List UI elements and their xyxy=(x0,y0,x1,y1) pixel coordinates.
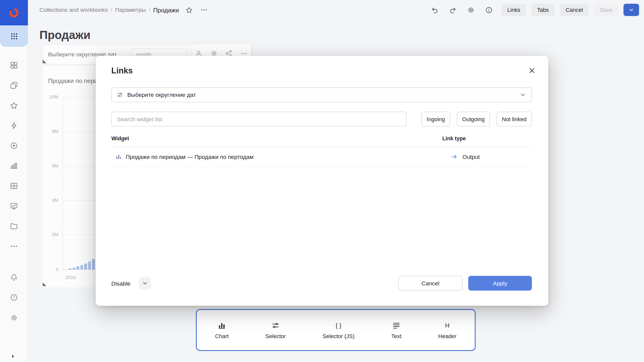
sliders-icon xyxy=(271,321,280,330)
header-h-icon: H xyxy=(443,321,452,330)
breadcrumb-separator: / xyxy=(146,7,153,13)
filter-outgoing-button[interactable]: Outgoing xyxy=(457,112,490,126)
add-widget-panel: Chart Selector { } Selector (JS) Text xyxy=(196,309,476,351)
filter-not-linked-button[interactable]: Not linked xyxy=(497,112,532,126)
widgets-icon[interactable] xyxy=(10,61,19,70)
info-icon[interactable] xyxy=(484,5,493,14)
widget-link-label: Продажи по периодам — Продажи по пертода… xyxy=(126,153,254,160)
breadcrumb-collections[interactable]: Collections and workbooks xyxy=(39,7,108,13)
chevron-down-icon xyxy=(628,7,634,13)
breadcrumb-current: Продажи xyxy=(153,6,179,13)
search-and-filters-row: Ingoing Outgoing Not linked xyxy=(111,112,532,126)
more-menu-icon[interactable] xyxy=(199,5,209,14)
bar-chart-icon[interactable] xyxy=(10,161,19,170)
add-selector-js-label: Selector (JS) xyxy=(323,333,354,339)
sidebar-bottom-nav: ? xyxy=(0,273,28,322)
chart-bar xyxy=(88,261,91,270)
logo-swirl-icon xyxy=(8,7,20,19)
apps-grid-icon[interactable] xyxy=(0,25,28,47)
help-icon[interactable]: ? xyxy=(10,293,19,302)
dialog-title: Links xyxy=(111,66,133,76)
chevron-down-icon xyxy=(519,91,527,98)
favorites-star-icon[interactable] xyxy=(10,101,19,110)
add-header-label: Header xyxy=(438,333,456,339)
y-tick: 0 xyxy=(44,267,58,272)
undo-icon[interactable] xyxy=(430,5,439,14)
chart-bar xyxy=(69,268,71,270)
add-selector-button[interactable]: Selector xyxy=(265,321,286,339)
y-tick: 2M xyxy=(44,232,58,237)
chart-bar xyxy=(80,265,83,270)
page-title: Продажи xyxy=(39,29,91,42)
add-selector-js-button[interactable]: { } Selector (JS) xyxy=(323,321,354,339)
y-tick: 8M xyxy=(44,129,58,134)
datalens-logo[interactable] xyxy=(0,0,28,25)
mini-chart-icon xyxy=(115,153,122,160)
top-bar-buttons: Links Tabs Cancel Save xyxy=(502,4,639,16)
link-type-cell: Output xyxy=(451,147,480,166)
add-text-button[interactable]: Text xyxy=(391,321,401,339)
widget-resize-handle[interactable] xyxy=(43,282,47,286)
y-tick: 10M xyxy=(44,95,58,100)
chart-bars xyxy=(69,257,98,270)
target-icon[interactable] xyxy=(10,141,19,150)
search-widget-input[interactable] xyxy=(111,112,407,126)
dashboard-settings-gear-icon[interactable] xyxy=(466,5,475,14)
chart-bar xyxy=(76,266,79,270)
chart-bar xyxy=(84,263,87,269)
folder-icon[interactable] xyxy=(10,222,19,231)
chart-y-axis xyxy=(62,97,63,269)
links-button[interactable]: Links xyxy=(502,4,526,16)
filter-ingoing-button[interactable]: Ingoing xyxy=(421,112,450,126)
chart-icon xyxy=(217,321,226,330)
bell-icon[interactable] xyxy=(10,273,19,282)
tabs-button[interactable]: Tabs xyxy=(531,4,554,16)
sidebar-nav xyxy=(0,61,28,251)
monitor-chart-icon[interactable] xyxy=(10,202,19,211)
settings-gear-icon[interactable] xyxy=(10,313,19,322)
app: ? Collections and workbooks / Параметры … xyxy=(0,0,644,362)
top-bar-actions xyxy=(430,5,493,14)
breadcrumb-separator: / xyxy=(108,7,115,13)
add-chart-label: Chart xyxy=(215,333,229,339)
param-selector-dropdown[interactable]: Выберите округление дат xyxy=(111,87,532,102)
dialog-apply-button[interactable]: Apply xyxy=(468,276,532,291)
add-chart-button[interactable]: Chart xyxy=(215,321,229,339)
add-selector-label: Selector xyxy=(265,333,286,339)
chevron-down-icon xyxy=(142,280,148,286)
output-arrow-icon xyxy=(451,153,458,160)
cancel-button[interactable]: Cancel xyxy=(560,4,589,16)
sliders-icon xyxy=(117,92,123,98)
svg-text:?: ? xyxy=(13,295,15,300)
add-text-label: Text xyxy=(391,333,401,339)
column-header-widget: Widget xyxy=(111,135,129,142)
column-header-link-type: Link type xyxy=(442,135,466,142)
param-selector-value: Выберите округление дат xyxy=(127,92,196,98)
braces-icon: { } xyxy=(334,321,343,330)
favorite-star-icon[interactable] xyxy=(185,5,194,14)
table-icon[interactable] xyxy=(10,182,19,191)
close-icon[interactable] xyxy=(528,66,537,75)
add-header-button[interactable]: H Header xyxy=(438,321,456,339)
widget-link-row[interactable]: Продажи по периодам — Продажи по пертода… xyxy=(111,147,532,166)
save-dropdown-button[interactable] xyxy=(623,4,639,16)
disable-button[interactable]: Disable xyxy=(111,278,130,290)
y-tick: 4M xyxy=(44,198,58,203)
top-bar: Collections and workbooks / Параметры / … xyxy=(28,0,644,20)
y-tick: 6M xyxy=(44,163,58,168)
breadcrumb-parameters[interactable]: Параметры xyxy=(115,7,146,13)
chart-bar xyxy=(92,259,95,269)
widget-resize-handle[interactable] xyxy=(43,60,47,63)
links-dialog: Links Выберите округление дат Ingoing Ou… xyxy=(96,56,548,306)
dialog-cancel-button[interactable]: Cancel xyxy=(398,276,463,291)
more-icon[interactable] xyxy=(10,242,19,251)
chart-bar xyxy=(72,267,75,269)
text-lines-icon xyxy=(392,321,401,330)
save-button[interactable]: Save xyxy=(594,4,618,16)
redo-icon[interactable] xyxy=(448,5,457,14)
link-type-value: Output xyxy=(462,154,480,160)
lightning-icon[interactable] xyxy=(10,121,19,130)
disable-dropdown-button[interactable] xyxy=(139,277,151,289)
collections-icon[interactable] xyxy=(10,81,19,90)
sidebar-expand-icon[interactable] xyxy=(10,353,17,360)
